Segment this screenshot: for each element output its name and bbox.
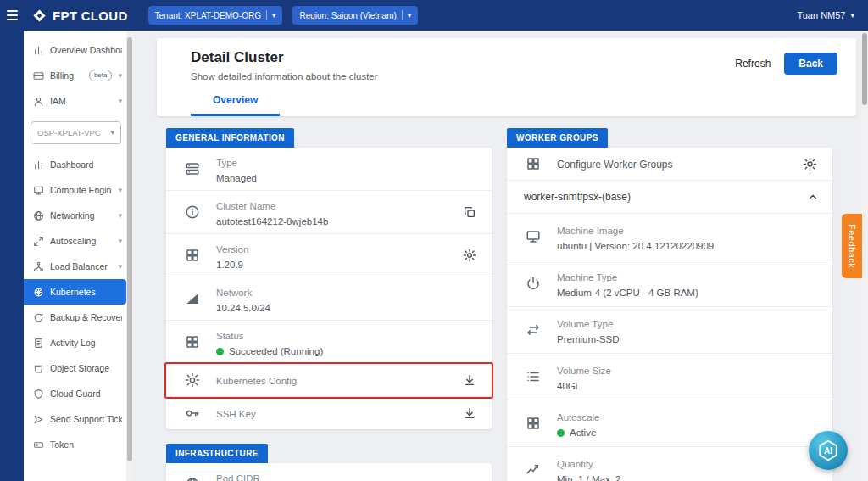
sidebar-item-cloud-guard[interactable]: Cloud Guard — [24, 381, 126, 406]
trend-line-icon — [524, 462, 542, 478]
row-value: 40Gi — [557, 381, 817, 391]
row-label: Network — [216, 288, 252, 298]
vpc-selector[interactable]: OSP-XPLAT-VPC ▾ — [31, 121, 121, 144]
region-label: Region: Saigon (Vietnam) — [299, 11, 396, 20]
tab-overview[interactable]: Overview — [191, 87, 280, 116]
chevron-down-icon: ▾ — [408, 12, 412, 20]
row-value: Medium-4 (2 vCPU - 4 GB RAM) — [557, 288, 817, 298]
document-lines-icon — [33, 338, 44, 349]
row-label: Pod CIDR — [216, 473, 260, 481]
sidebar-item-overview-dashboard[interactable]: Overview Dashboard — [24, 37, 126, 63]
tenant-selector[interactable]: Tenant: XPLAT-DEMO-ORG ▾ — [148, 6, 283, 25]
sidebar-item-networking[interactable]: Networking ▾ — [24, 203, 126, 228]
download-icon[interactable] — [463, 406, 476, 420]
row-label: Machine Type — [557, 272, 617, 282]
chevron-down-icon: ▾ — [118, 212, 122, 220]
worker-group-header[interactable]: worker-snmtfpsx-(base) — [507, 181, 832, 214]
main-scrollbar-thumb[interactable] — [862, 33, 867, 105]
download-icon[interactable] — [463, 373, 476, 387]
row-label: Machine Image — [557, 226, 624, 236]
sidebar-item-label: Send Support Ticket — [50, 414, 122, 424]
sidebar-item-label: Kubernetes — [50, 287, 122, 297]
nodes-icon — [33, 261, 44, 272]
sidebar-item-iam[interactable]: IAM ▾ — [24, 88, 126, 114]
chevron-down-icon: ▾ — [118, 263, 122, 271]
tab-bar: Overview — [157, 85, 856, 116]
monitor-icon — [33, 185, 44, 196]
chevron-down-icon: ▾ — [118, 238, 122, 245]
row-network: Network10.24.5.0/24 — [166, 277, 492, 321]
beta-badge: beta — [89, 70, 113, 81]
sidebar-item-object-storage[interactable]: Object Storage — [24, 355, 126, 381]
sidebar-item-dashboard[interactable]: Dashboard — [24, 152, 126, 177]
user-menu[interactable]: Tuan NM57 ▾ — [797, 10, 854, 20]
back-button[interactable]: Back — [784, 53, 837, 75]
chevron-down-icon: ▾ — [272, 12, 276, 20]
tenant-label: Tenant: XPLAT-DEMO-ORG — [155, 11, 261, 20]
user-name: Tuan NM57 — [797, 10, 845, 20]
sidebar-item-label: Autoscaling — [50, 236, 112, 246]
row-value: Premium-SSD — [557, 334, 817, 344]
row-value: 10.24.5.0/24 — [216, 303, 476, 313]
row-kubernetes-config: Kubernetes Config — [166, 364, 492, 397]
region-selector[interactable]: Region: Saigon (Vietnam) ▾ — [292, 6, 418, 25]
row-machine-image: Machine Imageubuntu | Version: 20.4.1212… — [507, 214, 832, 260]
grid-icon — [524, 156, 542, 171]
chevron-down-icon: ▾ — [118, 187, 122, 194]
sidebar-item-activity-log[interactable]: Activity Log — [24, 330, 126, 355]
sidebar-item-label: Cloud Guard — [50, 389, 122, 399]
feedback-button[interactable]: Feedback — [842, 214, 862, 278]
bucket-icon — [33, 363, 44, 374]
globe-icon — [33, 210, 44, 221]
sidebar-item-load-balancer[interactable]: Load Balancer ▾ — [24, 254, 126, 279]
infrastructure-card: Pod CIDR10.244.0.0/16 Service CIDR172.30… — [166, 463, 492, 481]
menu-icon[interactable] — [0, 0, 24, 31]
sidebar-item-token[interactable]: Token — [24, 432, 126, 457]
chevron-down-icon: ▾ — [118, 72, 122, 80]
page-header-card: Detail Cluster Show detailed information… — [157, 38, 856, 116]
configure-worker-groups-label: Configure Worker Groups — [557, 159, 673, 171]
sidebar-scrollbar-thumb[interactable] — [127, 37, 132, 461]
billing-card-icon — [33, 70, 44, 81]
main-scrollbar[interactable] — [861, 31, 868, 481]
chevron-up-icon — [807, 191, 819, 203]
row-label: Type — [216, 158, 237, 168]
sidebar-item-billing[interactable]: Billing beta ▾ — [24, 63, 126, 88]
refresh-button[interactable]: Refresh — [735, 58, 771, 70]
chip-divider — [266, 10, 267, 20]
user-icon — [33, 96, 44, 107]
copy-icon[interactable] — [463, 205, 476, 219]
arrows-left-right-icon — [524, 322, 542, 338]
sidebar-item-label: Activity Log — [50, 338, 122, 348]
worker-groups-card: Configure Worker Groups worker-snmtfpsx-… — [507, 148, 832, 481]
general-information-card: TypeManaged Cluster Nameautotest164212-8… — [166, 148, 492, 429]
row-label: Volume Type — [557, 319, 613, 329]
key-icon — [183, 405, 202, 421]
sidebar-item-send-support-ticket[interactable]: Send Support Ticket — [24, 406, 126, 432]
gear-icon[interactable] — [463, 249, 476, 262]
row-machine-type: Machine TypeMedium-4 (2 vCPU - 4 GB RAM) — [507, 260, 832, 307]
row-quantity: QuantityMin. 1 / Max. 2 — [507, 447, 832, 481]
sidebar-scrollbar[interactable] — [126, 31, 133, 481]
page-title: Detail Cluster — [191, 49, 378, 66]
row-label: Kubernetes Config — [216, 376, 297, 386]
page-subtitle: Show detailed information about the clus… — [191, 71, 378, 81]
row-ssh-key: SSH Key — [166, 397, 492, 429]
sidebar-item-kubernetes[interactable]: Kubernetes — [24, 279, 126, 305]
info-icon — [183, 204, 202, 220]
sidebar-item-autoscaling[interactable]: Autoscaling ▾ — [24, 228, 126, 254]
bar-chart-icon — [33, 159, 44, 171]
sidebar-item-label: Overview Dashboard — [50, 45, 122, 55]
status-dot-green — [216, 348, 224, 355]
ai-assistant-button[interactable]: AI — [809, 431, 848, 470]
sidebar-item-compute-engine[interactable]: Compute Engine ▾ — [24, 177, 126, 203]
gear-icon[interactable] — [803, 157, 817, 171]
sidebar-item-label: Token — [50, 439, 122, 450]
main-content: Detail Cluster Show detailed information… — [133, 31, 861, 481]
servers-icon — [183, 161, 202, 176]
sidebar-item-backup-recovery[interactable]: Backup & Recovery — [24, 305, 126, 330]
row-label: Cluster Name — [216, 201, 275, 211]
sidebar-item-label: Networking — [50, 210, 112, 221]
brand-name: FPT CLOUD — [53, 8, 128, 23]
worker-group-name: worker-snmtfpsx-(base) — [524, 191, 631, 203]
